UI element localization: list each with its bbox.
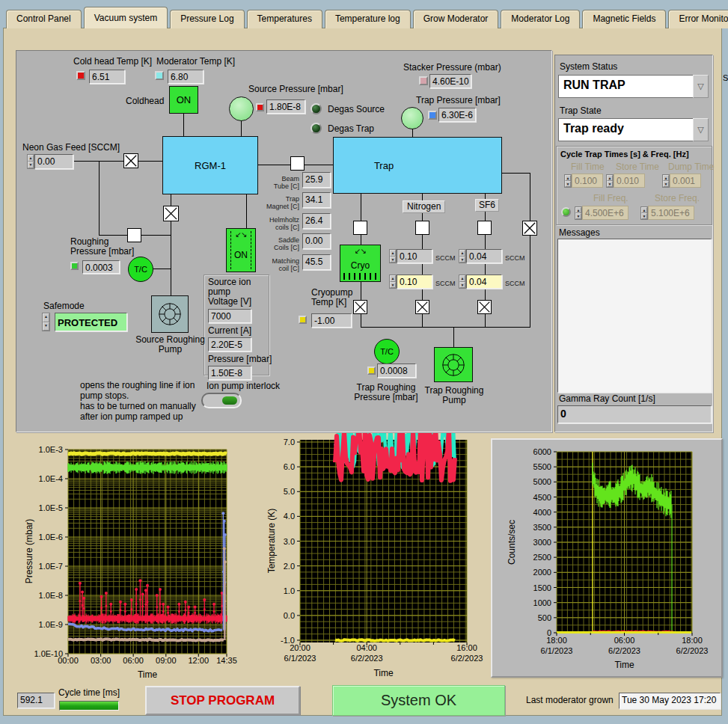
coldhead-label: Coldhead xyxy=(126,96,164,106)
neon-feed-input[interactable]: 0.00 xyxy=(34,154,73,169)
svg-text:5500: 5500 xyxy=(533,462,551,471)
cryopump-temp-led xyxy=(299,316,307,324)
neon-feed-stepper[interactable]: ▲▼ xyxy=(27,154,34,169)
svg-text:1500: 1500 xyxy=(533,583,551,592)
store-freq-input[interactable]: 5.100E+6 xyxy=(648,206,694,220)
dump-time-stepper[interactable]: ▲▼ xyxy=(662,174,670,188)
coil-readout-value: 45.5 xyxy=(302,254,331,270)
voltage-label: Voltage [V] xyxy=(208,296,251,307)
cycle-times-cluster: Cycle Trap Times [s] & Freq. [Hz] Fill T… xyxy=(556,146,712,225)
background-window-text: S xyxy=(723,73,728,82)
moderator-temp-label: Moderator Temp [K] xyxy=(156,57,235,67)
ion-pump-interlock-toggle[interactable] xyxy=(201,393,242,408)
n2-flow-setpoint-input[interactable]: 0.10 xyxy=(397,274,432,289)
ion-pump-pressure-value: 1.50E-8 xyxy=(208,366,251,380)
svg-text:7.0: 7.0 xyxy=(284,438,295,447)
trap-roughing-pump-label: Trap Roughing Pump xyxy=(420,386,488,405)
svg-text:0.0: 0.0 xyxy=(284,611,295,620)
ion-pump-dash-icon xyxy=(251,231,251,269)
svg-text:16:00: 16:00 xyxy=(456,643,477,652)
cryopump-box[interactable]: ↙↘ Cryo xyxy=(340,245,381,282)
source-roughing-valve-closed-icon xyxy=(163,206,179,221)
vacuum-system-window: Cold head Temp [K] Moderator Temp [K] 6.… xyxy=(3,28,722,716)
svg-text:00:00: 00:00 xyxy=(58,656,79,665)
coldhead-state: ON xyxy=(177,94,192,105)
pipe xyxy=(74,161,162,162)
tab-error-monitor[interactable]: Error Monitor xyxy=(668,10,728,28)
tab-magnetic-fields[interactable]: Magnetic Fields xyxy=(582,10,666,28)
sf6-flow-setpoint-input[interactable]: 0.04 xyxy=(466,274,502,289)
chevron-down-icon[interactable]: ▽ xyxy=(693,118,709,141)
degas-trap-button[interactable] xyxy=(311,123,322,134)
tab-temperature-log[interactable]: Temperature log xyxy=(325,10,411,28)
tab-moderator-log[interactable]: Moderator Log xyxy=(501,10,580,28)
fill-time-label: Fill Time xyxy=(571,162,605,172)
cold-head-alarm-led xyxy=(76,71,85,80)
trap-roughing-led xyxy=(367,366,376,375)
trap-pressure-value: 6.30E-6 xyxy=(438,108,476,122)
sf6-readback-unit: SCCM xyxy=(505,254,525,262)
system-status-value: RUN TRAP xyxy=(558,75,693,98)
tab-grow-moderator[interactable]: Grow Moderator xyxy=(413,10,499,28)
fill-freq-input[interactable]: 4.500E+6 xyxy=(582,206,628,220)
coil-readout-value: 25.9 xyxy=(302,172,331,188)
tab-control-panel[interactable]: Control Panel xyxy=(6,10,82,28)
pipe xyxy=(361,194,361,245)
ion-pump-current-value: 2.20E-5 xyxy=(208,337,251,352)
trap-state-label: Trap State xyxy=(560,106,602,116)
n2-readback-unit: SCCM xyxy=(435,254,456,262)
stacker-pressure-led xyxy=(419,76,428,85)
coil-readout-label: Trap Magnet [C] xyxy=(260,195,299,210)
svg-text:1.0E-8: 1.0E-8 xyxy=(39,591,63,600)
svg-text:6/1/2023: 6/1/2023 xyxy=(541,646,573,655)
tab-pressure-log[interactable]: Pressure Log xyxy=(170,10,244,28)
store-freq-stepper[interactable]: ▲▼ xyxy=(640,206,648,220)
tab-vacuum-system[interactable]: Vacuum system xyxy=(84,7,168,28)
safemode-stepper[interactable]: ▲▼ xyxy=(42,313,50,331)
source-roughing-pump-button[interactable] xyxy=(151,295,189,333)
source-ion-pump-on-button[interactable]: ↙↘ ON xyxy=(226,228,256,272)
beamline-valve-open-icon xyxy=(290,156,305,171)
cryo-label: Cryo xyxy=(351,260,370,271)
fill-time-stepper[interactable]: ▲▼ xyxy=(564,174,572,188)
trap-roughing-valve-closed-icon xyxy=(522,221,537,236)
freq-status-led xyxy=(561,207,571,217)
coil-readout-value: 0.00 xyxy=(302,233,331,249)
stop-program-button[interactable]: STOP PROGRAM xyxy=(145,686,300,715)
safemode-label: Safemode xyxy=(43,301,85,311)
fill-time-input[interactable]: 0.100 xyxy=(572,174,603,188)
source-pressure-gauge-icon xyxy=(229,96,254,121)
system-status-dropdown[interactable]: RUN TRAP ▽ xyxy=(558,75,709,98)
roughing-pressure-label: Roughing Pressure [mbar] xyxy=(70,237,134,257)
coldhead-on-button[interactable]: ON xyxy=(169,86,198,114)
trap-state-dropdown[interactable]: Trap ready ▽ xyxy=(558,118,709,141)
svg-text:1.0E-9: 1.0E-9 xyxy=(39,620,63,629)
safemode-value[interactable]: PROTECTED xyxy=(55,313,127,331)
pressure-chart: 1.0E-31.0E-41.0E-51.0E-61.0E-71.0E-81.0E… xyxy=(22,437,266,685)
coil-readout-label: Saddle Coils [C] xyxy=(260,236,299,251)
stacker-pressure-value: 4.60E-10 xyxy=(429,74,471,88)
svg-text:5000: 5000 xyxy=(533,477,551,486)
svg-text:6/2/2023: 6/2/2023 xyxy=(608,646,640,655)
svg-text:04:00: 04:00 xyxy=(356,643,377,652)
n2-readback-stepper: ▲▼ xyxy=(389,249,397,263)
cryo-valve-open-icon xyxy=(353,221,367,235)
svg-text:6/2/2023: 6/2/2023 xyxy=(451,654,483,663)
tab-bar: Control PanelVacuum systemPressure LogTe… xyxy=(6,7,728,28)
tab-temperatures[interactable]: Temperatures xyxy=(247,10,322,28)
source-roughing-pump-label: Source Roughing Pump xyxy=(135,335,206,355)
sf6-setpoint-stepper[interactable]: ▲▼ xyxy=(459,274,466,289)
moderator-temp-led xyxy=(155,71,164,80)
trap-roughing-pump-button[interactable] xyxy=(434,347,473,382)
nitrogen-valve-open-icon xyxy=(415,221,429,235)
store-time-stepper[interactable]: ▲▼ xyxy=(606,174,614,188)
n2-setpoint-stepper[interactable]: ▲▼ xyxy=(389,274,397,289)
dump-time-input[interactable]: 0.001 xyxy=(670,174,701,188)
source-pressure-led xyxy=(256,103,264,111)
svg-text:1.0E-3: 1.0E-3 xyxy=(39,445,63,454)
store-time-input[interactable]: 0.010 xyxy=(614,174,645,188)
fill-freq-stepper[interactable]: ▲▼ xyxy=(575,206,582,220)
chevron-down-icon[interactable]: ▽ xyxy=(693,75,709,98)
svg-text:4000: 4000 xyxy=(533,508,551,517)
degas-source-button[interactable] xyxy=(311,103,322,114)
